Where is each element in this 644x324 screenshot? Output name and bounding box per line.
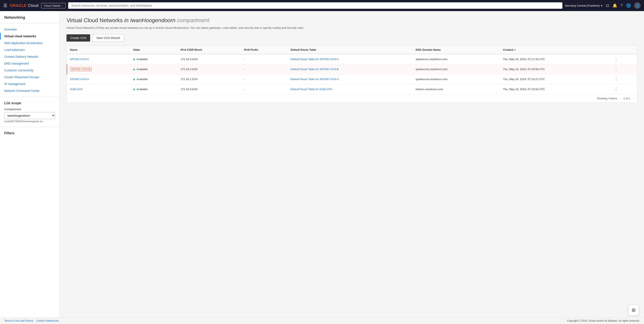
create-vcn-button[interactable]: Create VCN — [66, 34, 90, 42]
cell-route-table: Default Route Table for SPOKE-VCN-B — [288, 64, 412, 74]
col-name: Name — [67, 46, 130, 54]
sidebar-title: Networking — [0, 15, 60, 24]
monitor-icon[interactable]: ⊡ — [606, 3, 609, 8]
cell-ipv4: 172.16.3.0/24 — [178, 54, 241, 64]
region-selector[interactable]: Germany Central (Frankfurt) ▾ — [565, 4, 602, 7]
topbar-right: Germany Central (Frankfurt) ▾ ⊡ 🔔 ? 🌐 👤 — [565, 2, 640, 9]
cell-name: SPOKE-VCN-C — [67, 54, 130, 64]
cloud-text: Cloud — [28, 4, 38, 8]
sidebar-item-ncc[interactable]: Network Command Center — [0, 88, 60, 94]
cell-ipv6: - — [241, 74, 288, 84]
page-title-in: in — [124, 17, 128, 24]
vcn-name-link[interactable]: SPOKE-VCN-B — [70, 67, 92, 71]
list-scope-title: List scope — [4, 101, 55, 105]
cell-ipv4: 172.16.0.0/24 — [178, 84, 241, 94]
route-table-link[interactable]: Default Route Table for SPOKE-VCN-A — [290, 78, 338, 81]
sidebar-link-ncc[interactable]: Network Command Center — [0, 88, 60, 94]
sidebar-link-waa[interactable]: Web Application Acceleration — [0, 40, 60, 46]
state-text: Available — [136, 78, 148, 81]
sidebar-item-cdn[interactable]: Content Delivery Network — [0, 53, 60, 60]
sidebar-nav: Overview Virtual cloud networks Web Appl… — [0, 26, 60, 94]
cloud-classic-button[interactable]: Cloud Classic › — [41, 3, 66, 8]
footer-copyright: Copyright © 2024, Oracle and/or its affi… — [567, 319, 640, 322]
sidebar-item-ip[interactable]: IP management — [0, 80, 60, 88]
cell-created: Thu, May 16, 2024, 07:15:04 UTC — [500, 84, 610, 94]
sidebar-link-cdn[interactable]: Content Delivery Network — [0, 53, 60, 60]
cell-menu[interactable]: ⋮ — [610, 64, 637, 74]
sidebar-link-lb[interactable]: Load balancers — [0, 46, 60, 53]
sidebar-link-dns[interactable]: DNS management — [0, 60, 60, 67]
sidebar-item-dns[interactable]: DNS management — [0, 60, 60, 67]
list-scope-section: List scope Compartment IwanHoogendoorn (… — [0, 97, 60, 127]
prev-page-button[interactable]: ‹ — [620, 96, 621, 100]
cell-dns-domain: spokevcna.oraclevcn.com — [413, 74, 500, 84]
globe-icon[interactable]: 🌐 — [626, 3, 631, 8]
region-chevron-icon: ▾ — [601, 4, 602, 7]
sidebar-item-overview[interactable]: Overview — [0, 26, 60, 33]
cell-menu[interactable]: ⋮ — [610, 74, 637, 84]
footer: Terms of Use and Privacy Cookie Preferen… — [0, 318, 644, 324]
cell-dns-domain: hubvcn.oraclevcn.com — [413, 84, 500, 94]
compartment-select[interactable]: IwanHoogendoorn — [4, 112, 55, 119]
filters-title: Filters — [4, 131, 55, 135]
terms-link[interactable]: Terms of Use and Privacy — [4, 319, 34, 322]
sidebar-item-lb[interactable]: Load balancers — [0, 46, 60, 53]
state-text: Available — [136, 58, 148, 61]
search-input[interactable] — [68, 2, 562, 9]
cell-ipv6: - — [241, 54, 288, 64]
row-menu-icon[interactable]: ⋮ — [613, 57, 619, 62]
cell-dns-domain: spokevcnb.oraclevcn.com — [413, 64, 500, 74]
cell-menu[interactable]: ⋮ — [610, 54, 637, 64]
cell-state: Available — [130, 74, 178, 84]
col-created[interactable]: Created — [500, 46, 610, 54]
sidebar-link-customer-connectivity[interactable]: Customer connectivity — [0, 67, 60, 74]
status-dot — [133, 58, 135, 60]
col-actions — [610, 46, 637, 54]
row-menu-icon[interactable]: ⋮ — [613, 87, 619, 92]
cell-state: Available — [130, 54, 178, 64]
cell-route-table: Default Route Table for HUB-VCN — [288, 84, 412, 94]
next-page-button[interactable]: › — [633, 96, 634, 100]
col-ipv6: IPv6 Prefix — [241, 46, 288, 54]
row-menu-icon[interactable]: ⋮ — [613, 77, 619, 82]
vcn-name-link[interactable]: SPOKE-VCN-C — [70, 58, 89, 61]
col-ipv4: IPv4 CIDR Block — [178, 46, 241, 54]
hamburger-icon[interactable]: ☰ — [4, 3, 7, 8]
sidebar-item-vcn[interactable]: Virtual cloud networks — [0, 33, 60, 40]
main-layout: Networking Overview Virtual cloud networ… — [0, 11, 644, 324]
route-table-link[interactable]: Default Route Table for SPOKE-VCN-B — [290, 68, 338, 71]
route-table-link[interactable]: Default Route Table for HUB-VCN — [290, 88, 332, 91]
help-widget[interactable]: ⊞ — [628, 305, 639, 316]
sidebar-item-customer-connectivity[interactable]: Customer connectivity — [0, 67, 60, 74]
sidebar-link-vcn[interactable]: Virtual cloud networks — [1, 33, 60, 40]
vcn-name-link[interactable]: HUB-VCN — [70, 88, 82, 91]
page-title: Virtual Cloud Networks in IwanHoogendoor… — [66, 17, 637, 24]
sidebar-item-waa[interactable]: Web Application Acceleration — [0, 40, 60, 46]
avatar[interactable]: 👤 — [634, 2, 640, 9]
help-icon[interactable]: ? — [620, 4, 623, 8]
bell-icon[interactable]: 🔔 — [612, 3, 617, 8]
vcn-name-link[interactable]: SPOKE-VCN-A — [70, 78, 89, 81]
cell-state: Available — [130, 64, 178, 74]
sidebar-link-overview[interactable]: Overview — [0, 26, 60, 33]
status-dot — [133, 69, 135, 70]
cell-menu[interactable]: ⋮ — [610, 84, 637, 94]
vcn-table-body: SPOKE-VCN-C Available 172.16.3.0/24 - De… — [67, 54, 637, 94]
status-dot — [133, 89, 135, 90]
sidebar: Networking Overview Virtual cloud networ… — [0, 11, 60, 324]
sidebar-link-ip[interactable]: IP management — [0, 80, 60, 88]
topbar: ☰ ORACLE Cloud Cloud Classic › Germany C… — [0, 0, 644, 11]
route-table-link[interactable]: Default Route Table for SPOKE-VCN-C — [290, 58, 339, 61]
cell-state: Available — [130, 84, 178, 94]
table-row: HUB-VCN Available 172.16.0.0/24 - Defaul… — [67, 84, 637, 94]
compartment-label: Compartment — [4, 108, 55, 111]
cell-created: Thu, May 16, 2024, 07:17:34 UTC — [500, 54, 610, 64]
oracle-text: ORACLE — [10, 4, 27, 8]
row-menu-icon[interactable]: ⋮ — [613, 67, 619, 72]
cell-name: SPOKE-VCN-B — [67, 64, 130, 74]
start-wizard-button[interactable]: Start VCN Wizard — [92, 34, 124, 42]
cookie-link[interactable]: Cookie Preferences — [36, 319, 58, 322]
table-row: SPOKE-VCN-A Available 172.16.1.0/24 - De… — [67, 74, 637, 84]
sidebar-item-cpg[interactable]: Cluster Placement Groups — [0, 74, 60, 80]
sidebar-link-cpg[interactable]: Cluster Placement Groups — [0, 74, 60, 80]
